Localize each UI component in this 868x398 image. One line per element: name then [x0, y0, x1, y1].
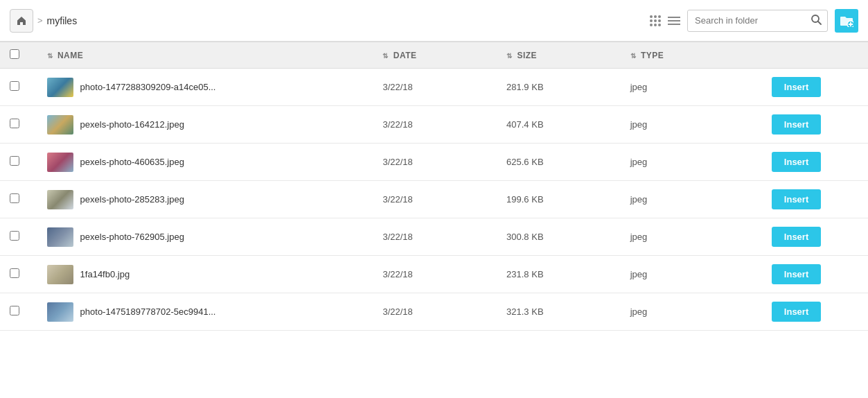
file-date: 3/22/18 — [382, 82, 412, 92]
select-all-checkbox[interactable] — [10, 49, 19, 59]
header-right — [650, 9, 858, 33]
row-checkbox[interactable] — [10, 231, 19, 241]
file-name: photo-1477288309209-a14ce05... — [80, 82, 216, 92]
search-button[interactable] — [806, 10, 827, 31]
row-check-cell[interactable] — [0, 144, 37, 181]
file-date: 3/22/18 — [382, 232, 412, 242]
header-type[interactable]: ⇅ Type — [621, 42, 762, 69]
row-check-cell[interactable] — [0, 293, 37, 331]
header: > myfiles — [0, 0, 868, 42]
insert-button[interactable]: Insert — [772, 152, 821, 172]
row-name-cell: pexels-photo-285283.jpeg — [37, 181, 373, 218]
row-action-cell[interactable]: Insert — [762, 181, 868, 218]
row-action-cell[interactable]: Insert — [762, 106, 868, 144]
file-type: jpeg — [630, 269, 648, 279]
new-folder-icon — [840, 15, 853, 27]
file-name: pexels-photo-164212.jpeg — [80, 119, 184, 130]
table-row: pexels-photo-762905.jpeg 3/22/18 300.8 K… — [0, 218, 868, 256]
file-date: 3/22/18 — [382, 157, 412, 167]
file-thumbnail — [47, 190, 73, 209]
row-checkbox[interactable] — [10, 306, 19, 315]
row-size-cell: 407.4 KB — [497, 106, 621, 144]
header-action — [762, 42, 868, 69]
file-size: 625.6 KB — [506, 157, 544, 167]
file-thumbnail — [47, 302, 73, 322]
insert-button[interactable]: Insert — [772, 302, 821, 322]
row-check-cell[interactable] — [0, 218, 37, 256]
row-action-cell[interactable]: Insert — [762, 144, 868, 181]
row-date-cell: 3/22/18 — [373, 293, 497, 331]
file-table: ⇅ Name ⇅ Date ⇅ Size ⇅ Type — [0, 42, 868, 331]
file-size: 321.3 KB — [506, 306, 544, 317]
table-row: photo-1477288309209-a14ce05... 3/22/18 2… — [0, 69, 868, 106]
row-size-cell: 321.3 KB — [497, 293, 621, 331]
file-list: photo-1477288309209-a14ce05... 3/22/18 2… — [0, 69, 868, 331]
table-row: pexels-photo-164212.jpeg 3/22/18 407.4 K… — [0, 106, 868, 144]
date-sort-icon: ⇅ — [382, 52, 389, 60]
size-sort-icon: ⇅ — [506, 52, 513, 60]
row-type-cell: jpeg — [621, 181, 762, 218]
row-date-cell: 3/22/18 — [373, 218, 497, 256]
header-date[interactable]: ⇅ Date — [373, 42, 497, 69]
file-size: 231.8 KB — [506, 269, 544, 279]
table-row: photo-1475189778702-5ec9941... 3/22/18 3… — [0, 293, 868, 331]
row-type-cell: jpeg — [621, 106, 762, 144]
file-type: jpeg — [630, 119, 648, 130]
home-icon — [16, 15, 27, 26]
header-name[interactable]: ⇅ Name — [37, 42, 373, 69]
file-date: 3/22/18 — [382, 194, 412, 205]
grid-view-icon[interactable] — [650, 15, 661, 26]
file-date: 3/22/18 — [382, 119, 412, 130]
file-thumbnail — [47, 227, 73, 247]
insert-button[interactable]: Insert — [772, 227, 821, 247]
row-checkbox[interactable] — [10, 193, 19, 203]
row-action-cell[interactable]: Insert — [762, 293, 868, 331]
insert-button[interactable]: Insert — [772, 77, 821, 97]
table-header-row: ⇅ Name ⇅ Date ⇅ Size ⇅ Type — [0, 42, 868, 69]
file-size: 199.6 KB — [506, 194, 544, 205]
row-check-cell[interactable] — [0, 69, 37, 106]
file-thumbnail — [47, 78, 73, 97]
svg-line-1 — [818, 21, 821, 24]
search-icon — [811, 15, 822, 25]
file-size: 407.4 KB — [506, 119, 544, 130]
header-left: > myfiles — [10, 9, 650, 33]
row-checkbox[interactable] — [10, 268, 19, 278]
row-check-cell[interactable] — [0, 106, 37, 144]
insert-button[interactable]: Insert — [772, 189, 821, 209]
row-check-cell[interactable] — [0, 181, 37, 218]
row-action-cell[interactable]: Insert — [762, 69, 868, 106]
file-thumbnail — [47, 115, 73, 135]
row-type-cell: jpeg — [621, 293, 762, 331]
row-action-cell[interactable]: Insert — [762, 218, 868, 256]
header-check-all[interactable] — [0, 42, 37, 69]
search-input[interactable] — [688, 11, 806, 30]
file-thumbnail — [47, 265, 73, 284]
file-name: 1fa14fb0.jpg — [80, 269, 130, 279]
name-sort-icon: ⇅ — [47, 52, 53, 60]
row-checkbox[interactable] — [10, 81, 19, 91]
header-size[interactable]: ⇅ Size — [497, 42, 621, 69]
insert-button[interactable]: Insert — [772, 114, 821, 135]
row-action-cell[interactable]: Insert — [762, 256, 868, 293]
row-name-cell: pexels-photo-460635.jpeg — [37, 144, 373, 181]
file-type: jpeg — [630, 306, 648, 317]
file-type: jpeg — [630, 232, 648, 242]
table-row: 1fa14fb0.jpg 3/22/18 231.8 KB jpeg Inser… — [0, 256, 868, 293]
row-name-cell: 1fa14fb0.jpg — [37, 256, 373, 293]
row-name-cell: pexels-photo-762905.jpeg — [37, 218, 373, 256]
row-size-cell: 300.8 KB — [497, 218, 621, 256]
row-type-cell: jpeg — [621, 69, 762, 106]
new-folder-button[interactable] — [835, 9, 858, 33]
home-button[interactable] — [10, 9, 33, 33]
insert-button[interactable]: Insert — [772, 264, 821, 284]
row-size-cell: 199.6 KB — [497, 181, 621, 218]
breadcrumb-separator: > — [37, 15, 43, 26]
row-checkbox[interactable] — [10, 156, 19, 166]
file-name: photo-1475189778702-5ec9941... — [80, 306, 216, 317]
row-checkbox[interactable] — [10, 119, 19, 128]
list-view-icon[interactable] — [668, 17, 680, 25]
row-check-cell[interactable] — [0, 256, 37, 293]
row-date-cell: 3/22/18 — [373, 69, 497, 106]
file-type: jpeg — [630, 82, 648, 92]
